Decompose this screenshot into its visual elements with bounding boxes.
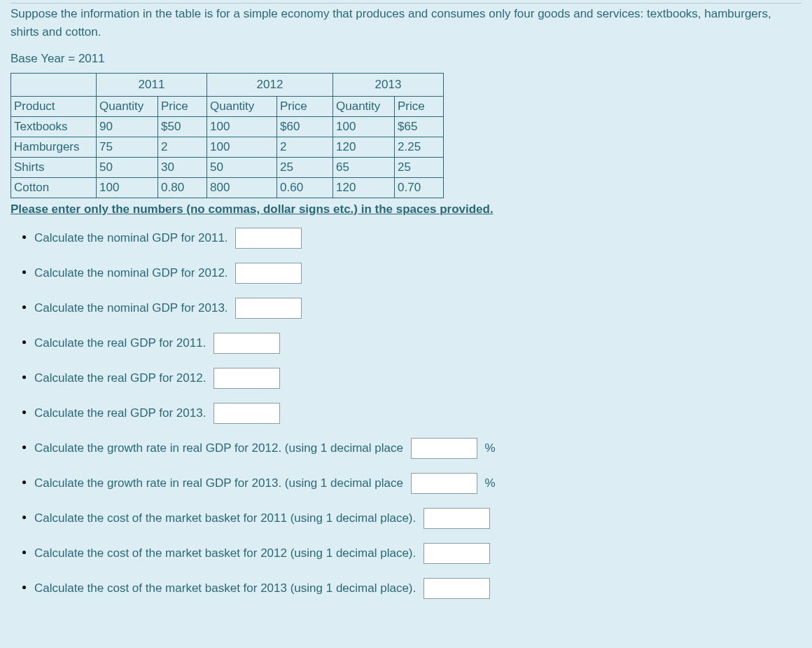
table-row: Textbooks 90 $50 100 $60 100 $65 [11, 116, 444, 137]
cell-q3: 65 [333, 157, 395, 177]
answer-input-real-gdp-2012[interactable] [214, 368, 280, 389]
cell-product: Cotton [11, 177, 97, 198]
cell-p3: 25 [395, 157, 444, 177]
col-header-product: Product [11, 96, 97, 116]
cell-product: Shirts [11, 157, 97, 177]
list-item: Calculate the cost of the market basket … [34, 501, 802, 536]
answer-input-nominal-gdp-2011[interactable] [235, 228, 302, 249]
cell-q2: 100 [207, 116, 277, 137]
cell-q3: 120 [333, 177, 395, 198]
answer-input-nominal-gdp-2012[interactable] [235, 263, 302, 284]
cell-p1: 0.80 [158, 177, 207, 198]
instruction-text: Please enter only the numbers (no commas… [10, 202, 802, 216]
list-item: Calculate the nominal GDP for 2012. [34, 256, 802, 291]
question-text: Calculate the real GDP for 2012. [34, 371, 206, 385]
col-header-quantity-2011: Quantity [97, 96, 158, 116]
cell-p2: 0.60 [277, 177, 333, 198]
cell-q1: 90 [97, 116, 158, 137]
col-header-price-2011: Price [158, 96, 207, 116]
cell-p3: 2.25 [395, 137, 444, 157]
header-year-2013: 2013 [333, 73, 444, 96]
list-item: Calculate the real GDP for 2011. [34, 326, 802, 361]
cell-p1: $50 [158, 116, 207, 137]
answer-input-basket-2013[interactable] [424, 578, 490, 599]
col-header-price-2012: Price [277, 96, 333, 116]
intro-text: Suppose the information in the table is … [10, 3, 802, 42]
question-list: Calculate the nominal GDP for 2011. Calc… [10, 221, 802, 606]
col-header-quantity-2013: Quantity [333, 96, 395, 116]
cell-p3: $65 [395, 116, 444, 137]
list-item: Calculate the real GDP for 2012. [34, 361, 802, 396]
cell-product: Hamburgers [11, 137, 97, 157]
cell-q2: 100 [207, 137, 277, 157]
cell-q1: 75 [97, 137, 158, 157]
answer-input-nominal-gdp-2013[interactable] [235, 298, 302, 319]
list-item: Calculate the nominal GDP for 2013. [34, 291, 802, 326]
header-year-2012: 2012 [207, 73, 333, 96]
list-item: Calculate the cost of the market basket … [34, 571, 802, 606]
cell-p1: 2 [158, 137, 207, 157]
question-text: Calculate the real GDP for 2013. [34, 406, 206, 420]
cell-q1: 100 [97, 177, 158, 198]
cell-p1: 30 [158, 157, 207, 177]
answer-input-growth-2013[interactable] [411, 473, 477, 494]
answer-input-growth-2012[interactable] [411, 438, 477, 459]
percent-label: % [484, 441, 495, 455]
cell-q2: 800 [207, 177, 277, 198]
cell-p3: 0.70 [395, 177, 444, 198]
cell-p2: $60 [277, 116, 333, 137]
question-text: Calculate the nominal GDP for 2013. [34, 301, 228, 315]
list-item: Calculate the cost of the market basket … [34, 536, 802, 571]
question-text: Calculate the cost of the market basket … [34, 546, 416, 560]
cell-q3: 100 [333, 116, 395, 137]
cell-q3: 120 [333, 137, 395, 157]
answer-input-basket-2012[interactable] [424, 543, 490, 564]
question-text: Calculate the growth rate in real GDP fo… [34, 441, 403, 455]
list-item: Calculate the real GDP for 2013. [34, 396, 802, 431]
header-year-2011: 2011 [97, 73, 207, 96]
list-item: Calculate the nominal GDP for 2011. [34, 221, 802, 256]
cell-p2: 2 [277, 137, 333, 157]
answer-input-basket-2011[interactable] [424, 508, 490, 529]
question-text: Calculate the cost of the market basket … [34, 581, 416, 595]
answer-input-real-gdp-2011[interactable] [214, 333, 280, 354]
table-row: Shirts 50 30 50 25 65 25 [11, 157, 444, 177]
question-text: Calculate the real GDP for 2011. [34, 336, 206, 350]
percent-label: % [484, 476, 495, 490]
question-text: Calculate the growth rate in real GDP fo… [34, 476, 403, 490]
list-item: Calculate the growth rate in real GDP fo… [34, 431, 802, 466]
question-text: Calculate the nominal GDP for 2011. [34, 231, 228, 244]
header-blank [11, 73, 97, 96]
table-row: Cotton 100 0.80 800 0.60 120 0.70 [11, 177, 444, 198]
answer-input-real-gdp-2013[interactable] [214, 403, 280, 424]
cell-q1: 50 [97, 157, 158, 177]
cell-product: Textbooks [11, 116, 97, 137]
question-text: Calculate the nominal GDP for 2012. [34, 266, 228, 280]
data-table: 2011 2012 2013 Product Quantity Price Qu… [10, 73, 444, 198]
question-text: Calculate the cost of the market basket … [34, 511, 416, 525]
table-row: Hamburgers 75 2 100 2 120 2.25 [11, 137, 444, 157]
base-year-text: Base Year = 2011 [10, 52, 802, 66]
cell-q2: 50 [207, 157, 277, 177]
list-item: Calculate the growth rate in real GDP fo… [34, 466, 802, 501]
col-header-price-2013: Price [395, 96, 444, 116]
cell-p2: 25 [277, 157, 333, 177]
col-header-quantity-2012: Quantity [207, 96, 277, 116]
